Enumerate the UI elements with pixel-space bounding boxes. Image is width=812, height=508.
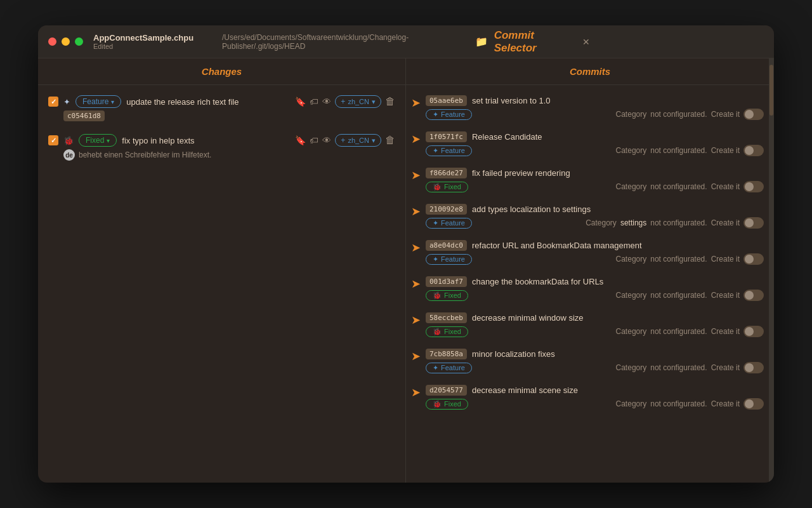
commit-category: Category not configurated. Create it [616, 145, 764, 156]
commit-item: ➤ 001d3af7 change the bookmarkData for U… [406, 271, 774, 306]
commit-bottom: ✦ Feature Category settings not configur… [426, 217, 764, 229]
commit-tag-icon: 🐞 [433, 400, 442, 408]
commit-tag[interactable]: 🐞 Fixed [426, 182, 468, 192]
commit-tag-icon: 🐞 [433, 291, 442, 300]
commit-row: ➤ 1f0571fc Release Candidate ✦ Feature C… [411, 131, 764, 156]
commits-panel-title: Commits [416, 66, 764, 77]
commit-tag[interactable]: ✦ Feature [426, 363, 472, 373]
commit-toggle[interactable] [743, 253, 764, 265]
toggle-knob [745, 363, 754, 372]
commit-hash-badge: 210092e8 [426, 204, 467, 215]
create-it-text: Create it [711, 146, 740, 155]
commit-selector-close-icon[interactable]: ✕ [582, 37, 590, 47]
commit-category: Category not configurated. Create it [616, 362, 764, 373]
bookmark-icon[interactable]: 🔖 [295, 135, 306, 145]
category-text: Category [586, 218, 617, 227]
not-configured-text: not configurated. [650, 182, 707, 191]
commit-tag[interactable]: ✦ Feature [426, 254, 472, 265]
commit-tag-label: Feature [441, 364, 465, 371]
commit-toggle[interactable] [743, 109, 764, 120]
maximize-button[interactable] [75, 37, 83, 46]
commit-tag[interactable]: ✦ Feature [426, 109, 472, 120]
commit-tag-icon: 🐞 [433, 328, 442, 336]
category-text: Category [616, 110, 647, 119]
commit-info: 58eccbeb decrease minimal window size 🐞 … [426, 312, 764, 337]
filepath: /Users/ed/Documents/Softwareentwicklung/… [222, 33, 469, 51]
lang-chevron-icon: ▾ [372, 137, 376, 145]
minimize-button[interactable] [62, 37, 70, 46]
lang-plus-icon: + [341, 136, 345, 145]
commit-category: Category not configurated. Create it [616, 326, 764, 337]
commit-row: ➤ 210092e8 add types localization to set… [411, 204, 764, 229]
scrollbar-thumb[interactable] [769, 65, 773, 116]
lang-badge[interactable]: + zh_CN ▾ [335, 134, 381, 147]
commit-tag[interactable]: 🐞 Fixed [426, 399, 468, 410]
toggle-knob [745, 291, 754, 300]
commit-toggle[interactable] [743, 326, 764, 337]
commit-top: 7cb8858a minor localization fixes [426, 349, 764, 359]
commit-row: ➤ 001d3af7 change the bookmarkData for U… [411, 276, 764, 301]
commit-item: ➤ d2054577 decrease minimal scene size 🐞… [406, 380, 774, 415]
commit-tag[interactable]: ✦ Feature [426, 145, 472, 156]
delete-icon[interactable]: 🗑 [385, 96, 395, 107]
commit-tag-label: Fixed [444, 328, 461, 335]
delete-icon[interactable]: 🗑 [385, 135, 395, 146]
change-checkbox[interactable]: ✓ [48, 97, 58, 107]
tag-dropdown-icon: ▾ [107, 137, 110, 144]
commit-toggle[interactable] [743, 181, 764, 192]
commit-tag-icon: ✦ [433, 147, 438, 155]
bookmark-icon[interactable]: 🔖 [295, 97, 306, 107]
commit-bottom: ✦ Feature Category not configurated. Cre… [426, 253, 764, 265]
commit-item: ➤ 05aae6eb set trial version to 1.0 ✦ Fe… [406, 90, 774, 125]
not-configured-text: not configurated. [650, 255, 707, 264]
commit-category: Category not configurated. Create it [616, 290, 764, 301]
commit-top: a8e04dc0 refactor URL and BookmarkData m… [426, 240, 764, 251]
app-name: AppConnectSample.chpu [93, 33, 193, 43]
commit-item: ➤ 58eccbeb decrease minimal window size … [406, 307, 774, 342]
commit-toggle[interactable] [743, 217, 764, 229]
commit-category: Category not configurated. Create it [616, 109, 764, 120]
commit-message: decrease minimal window size [472, 313, 584, 323]
scrollbar-track [769, 58, 774, 483]
app-subtitle: Edited [93, 43, 193, 50]
commit-row: ➤ 05aae6eb set trial version to 1.0 ✦ Fe… [411, 95, 764, 120]
lang-badge[interactable]: + zh_CN ▾ [335, 95, 381, 108]
commit-bottom: 🐞 Fixed Category not configurated. Creat… [426, 290, 764, 301]
create-it-text: Create it [711, 363, 740, 372]
toggle-knob [745, 255, 754, 264]
folder-icon[interactable]: 📁 [475, 36, 488, 48]
change-item-row: ✓ 🐞 Fixed ▾ fix typo in help texts 🔖 🏷 👁 [48, 134, 395, 147]
commit-toggle[interactable] [743, 398, 764, 410]
commit-toggle[interactable] [743, 362, 764, 373]
change-tag-fixed[interactable]: Fixed ▾ [79, 134, 117, 147]
checkbox-check-icon: ✓ [51, 98, 56, 106]
not-configured-text: not configurated. [650, 399, 707, 408]
changes-panel-content: ✓ ✦ Feature ▾ update the release rich te… [38, 85, 405, 483]
create-it-text: Create it [711, 327, 740, 336]
commit-bottom: 🐞 Fixed Category not configurated. Creat… [426, 181, 764, 192]
toggle-knob [745, 218, 754, 227]
commit-arrow-icon: ➤ [411, 385, 421, 399]
change-checkbox[interactable]: ✓ [48, 135, 58, 145]
commit-toggle[interactable] [743, 145, 764, 156]
create-it-text: Create it [711, 218, 740, 227]
commit-category: Category not configurated. Create it [616, 181, 764, 192]
commit-toggle[interactable] [743, 290, 764, 301]
tag-icon[interactable]: 🏷 [310, 97, 318, 107]
commit-tag[interactable]: ✦ Feature [426, 218, 472, 229]
changes-panel-title: Changes [48, 66, 395, 77]
toggle-knob [745, 110, 754, 119]
commit-tag-label: Fixed [444, 400, 461, 408]
close-button[interactable] [48, 37, 56, 46]
change-tag-feature[interactable]: Feature ▾ [75, 95, 121, 108]
commit-tag[interactable]: 🐞 Fixed [426, 326, 468, 337]
commit-tag[interactable]: 🐞 Fixed [426, 290, 468, 301]
not-configured-text: not configurated. [650, 146, 707, 155]
commit-top: f866de27 fix failed preview rendering [426, 168, 764, 178]
eye-icon[interactable]: 👁 [322, 135, 331, 145]
commit-info: d2054577 decrease minimal scene size 🐞 F… [426, 385, 764, 410]
commit-bottom: 🐞 Fixed Category not configurated. Creat… [426, 398, 764, 410]
commit-tag-icon: ✦ [433, 364, 438, 372]
tag-icon[interactable]: 🏷 [310, 135, 318, 145]
eye-icon[interactable]: 👁 [322, 97, 331, 107]
